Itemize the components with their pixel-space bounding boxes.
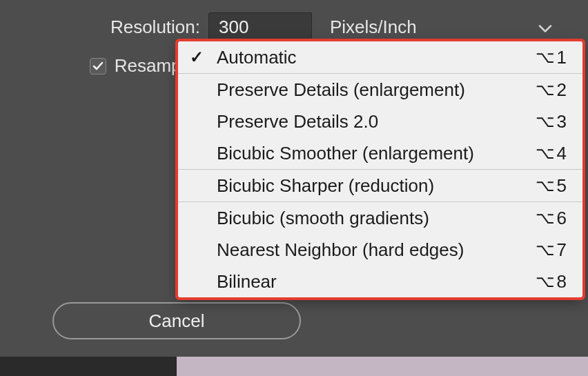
check-icon: ✓: [188, 48, 206, 67]
menu-item-label: Bicubic Sharper (reduction): [217, 175, 525, 197]
menu-item[interactable]: ✓Automatic⌥1: [178, 41, 582, 73]
menu-item-label: Automatic: [217, 47, 525, 68]
shortcut-number: 2: [557, 79, 567, 101]
menu-item-label: Preserve Details 2.0: [217, 111, 525, 132]
menu-group: Bicubic (smooth gradients)⌥6Nearest Neig…: [178, 201, 582, 297]
menu-item-shortcut: ⌥1: [536, 47, 567, 68]
option-key-icon: ⌥: [536, 240, 556, 259]
menu-item-label: Bicubic Smoother (enlargement): [217, 143, 525, 164]
menu-group: Bicubic Sharper (reduction)⌥5: [178, 169, 582, 201]
shortcut-number: 3: [557, 111, 567, 132]
menu-item[interactable]: Bicubic (smooth gradients)⌥6: [178, 202, 582, 234]
menu-item[interactable]: Preserve Details 2.0⌥3: [178, 106, 582, 137]
shortcut-number: 1: [557, 47, 567, 68]
option-key-icon: ⌥: [536, 144, 556, 163]
menu-item[interactable]: Bicubic Smoother (enlargement)⌥4: [178, 137, 582, 169]
option-key-icon: ⌥: [536, 176, 556, 195]
shortcut-number: 7: [557, 239, 567, 261]
resample-method-menu: ✓Automatic⌥1Preserve Details (enlargemen…: [178, 41, 582, 297]
menu-item-shortcut: ⌥7: [536, 239, 567, 261]
menu-item[interactable]: Preserve Details (enlargement)⌥2: [178, 74, 582, 106]
menu-item-label: Bilinear: [217, 271, 525, 293]
shortcut-number: 8: [557, 271, 567, 293]
menu-item-label: Nearest Neighbor (hard edges): [217, 239, 525, 261]
menu-item-shortcut: ⌥4: [536, 143, 567, 164]
option-key-icon: ⌥: [536, 112, 556, 131]
menu-item-label: Bicubic (smooth gradients): [217, 208, 525, 229]
menu-item-shortcut: ⌥3: [536, 111, 567, 132]
shortcut-number: 6: [557, 208, 567, 229]
resample-checkbox[interactable]: [90, 58, 106, 75]
chevron-down-icon: [538, 17, 552, 38]
option-key-icon: ⌥: [536, 208, 556, 228]
menu-item[interactable]: Bicubic Sharper (reduction)⌥5: [178, 170, 582, 201]
menu-item[interactable]: Bilinear⌥8: [178, 266, 582, 297]
menu-group: Preserve Details (enlargement)⌥2Preserve…: [178, 73, 582, 169]
window-edge: [0, 357, 588, 376]
shortcut-number: 4: [557, 143, 567, 164]
resolution-row: Resolution: Pixels/Inch: [0, 12, 573, 41]
cancel-button[interactable]: Cancel: [52, 302, 301, 339]
check-icon: [92, 60, 104, 72]
menu-item[interactable]: Nearest Neighbor (hard edges)⌥7: [178, 234, 582, 266]
option-key-icon: ⌥: [536, 80, 556, 99]
resample-row: Resample:: [0, 55, 200, 77]
cancel-button-label: Cancel: [149, 310, 205, 332]
resolution-unit-value: Pixels/Inch: [330, 17, 417, 38]
menu-group: ✓Automatic⌥1: [178, 41, 582, 73]
resolution-input[interactable]: [208, 12, 312, 41]
menu-item-shortcut: ⌥2: [536, 79, 567, 101]
option-key-icon: ⌥: [536, 48, 556, 67]
resolution-unit-select[interactable]: Pixels/Inch: [320, 12, 562, 41]
menu-item-label: Preserve Details (enlargement): [217, 79, 525, 101]
menu-item-shortcut: ⌥6: [536, 208, 567, 229]
shortcut-number: 5: [557, 175, 567, 197]
option-key-icon: ⌥: [536, 272, 556, 291]
resolution-label: Resolution:: [0, 17, 200, 38]
menu-item-shortcut: ⌥5: [536, 175, 567, 197]
menu-item-shortcut: ⌥8: [536, 271, 567, 293]
